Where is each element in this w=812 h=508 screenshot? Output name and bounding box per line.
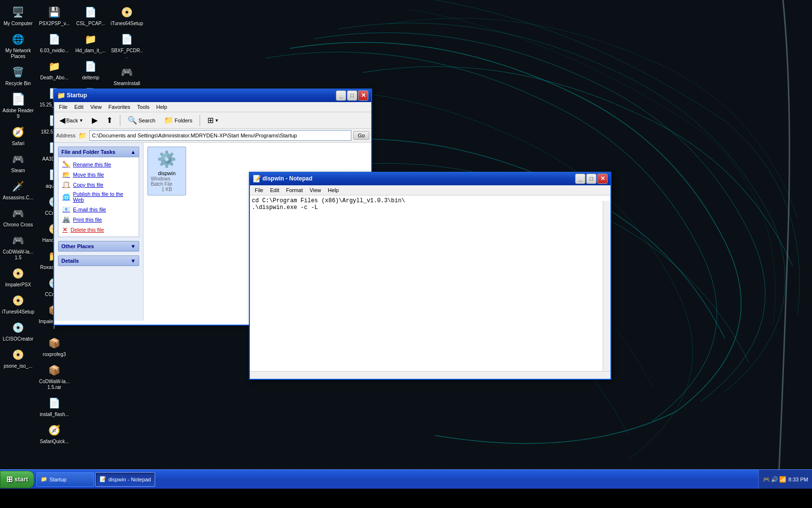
mynetwork-icon: 🌐 [11,31,26,47]
details-section: Details ▼ [58,255,139,266]
lciso-icon: 💿 [11,320,26,335]
menu-file[interactable]: File [56,103,71,111]
publish-file-link[interactable]: 🌐 Publish this file to the Web [61,190,136,204]
email-file-link[interactable]: 📧 E-mail this file [61,204,136,214]
icon-installflash[interactable]: 📄 install_flash... [36,393,72,419]
address-go-button[interactable]: Go [353,131,369,140]
icon-mycomputer[interactable]: 🖥️ My Computer [0,2,36,29]
move-file-link[interactable]: 📂 Move this file [61,169,136,179]
back-button[interactable]: ◀ Back ▼ [56,114,87,127]
taskbar-startup[interactable]: 📁 Startup [36,472,94,487]
explorer-title: Startup [67,92,334,99]
notepad-title-icon: 📝 [253,175,261,182]
forward-button[interactable]: ▶ [88,114,101,127]
folders-button[interactable]: 📁 Folders [160,114,196,127]
icon-safari[interactable]: 🧭 Safari [0,122,36,149]
recycle-icon: 🗑️ [11,64,26,80]
psx2psp-label: PSX2PSP_v... [39,21,70,27]
rename-icon: ✏️ [62,161,70,168]
icon-roxprofeg[interactable]: 📦 roxprofeg3 [36,333,72,359]
icon-impalerpsx[interactable]: 📀 ImpalerPSX [0,264,36,290]
icon-lciso[interactable]: 💿 LCISOCreator [0,318,36,344]
notepad-menu-edit[interactable]: Edit [267,186,282,194]
file-dispwin-size: 1 KB [161,187,172,192]
publish-label: Publish this file to the Web [73,191,135,203]
delete-file-link[interactable]: ✕ Delete this file [61,224,136,235]
notepad-title: dispwin - Notepad [262,175,573,182]
itunes64-label: iTunes64Setup [111,21,143,27]
start-button[interactable]: ⊞ start [0,471,34,488]
address-input[interactable] [89,130,351,141]
notepad-scrollbar[interactable] [603,201,610,372]
icon-deltemp[interactable]: 📄 deltemp [72,57,109,83]
menu-tools[interactable]: Tools [134,103,153,111]
search-button[interactable]: 🔍 Search [124,114,159,127]
icon-l4ddam[interactable]: 📁 l4d_dam_it_... [72,30,109,56]
explorer-minimize-button[interactable]: _ [336,90,346,101]
views-button[interactable]: ⊞ ▼ [204,114,222,127]
notepad-close-button[interactable]: ✕ [597,174,608,184]
desktop: 🖥️ My Computer 🌐 My NetworkPlaces 🗑️ Rec… [0,0,812,489]
explorer-close-button[interactable]: ✕ [358,90,368,101]
email-icon: 📧 [62,206,70,213]
rename-file-link[interactable]: ✏️ Rename this file [61,159,136,169]
icon-sbxf[interactable]: 📄 SBXF_PCDR... [109,30,145,61]
up-button[interactable]: ⬆ [103,114,116,127]
notepad-menu-view[interactable]: View [307,186,324,194]
icon-steam[interactable]: 🎮 Steam [0,149,36,176]
notepad-menu-format[interactable]: Format [283,186,306,194]
menu-edit[interactable]: Edit [72,103,87,111]
tray-network-icon: 🔊 [771,476,778,483]
tray-icons: 🎮 🔊 📶 [763,476,786,483]
file-dispwin[interactable]: ⚙️ dispwin Windows Batch File 1 KB [147,147,186,195]
itunes64-icon: 📀 [119,4,135,20]
icon-recycle[interactable]: 🗑️ Recycle Bin [0,62,36,89]
copy-file-link[interactable]: 📋 Copy this file [61,179,136,190]
icon-psx2psp[interactable]: 💾 PSX2PSP_v... [36,2,72,29]
notepad-maximize-button[interactable]: □ [586,174,596,184]
taskbar-dispwin-icon: 📝 [100,476,106,482]
other-places-header[interactable]: Other Places ▼ [58,241,139,252]
psone-icon: 📀 [11,347,26,362]
icon-assassins[interactable]: 🗡️ Assassins.C... [0,177,36,203]
icon-adobe[interactable]: 📄 Adobe Reader 9 [0,90,36,121]
icon-itunes[interactable]: 📀 iTunes64Setup [0,291,36,317]
details-header[interactable]: Details ▼ [58,255,139,266]
icon-nv6[interactable]: 📄 6.03_nvidio... [36,30,72,56]
taskbar-dispwin[interactable]: 📝 dispwin - Notepad [95,472,155,487]
print-file-link[interactable]: 🖨️ Print this file [61,214,136,224]
steam-icon: 🎮 [11,151,26,167]
icon-deathabove[interactable]: 📁 Death_Abo... [36,57,72,83]
icon-psone[interactable]: 📀 psone_iso_... [0,345,36,371]
views-dropdown: ▼ [215,118,219,123]
icon-codwaw[interactable]: 🎮 CoDWaW-la...1.5 [0,231,36,263]
adobe-label: Adobe Reader 9 [2,108,34,120]
icon-codwawrar[interactable]: 📦 CoDWaW-la...1.5.rar [36,360,72,392]
icon-chronocross[interactable]: 🎮 Chrono Cross [0,204,36,230]
publish-icon: 🌐 [62,194,70,201]
notepad-menu-help[interactable]: Help [325,186,342,194]
codwawrar-label: CoDWaW-la...1.5.rar [39,379,70,390]
icon-safariquick[interactable]: 🧭 SafariQuick... [36,420,72,447]
icon-itunes64[interactable]: 📀 iTunes64Setup [109,2,145,29]
file-folder-tasks-header[interactable]: File and Folder Tasks ▲ [58,147,139,157]
menu-favorites[interactable]: Favorites [105,103,133,111]
notepad-titlebar: 📝 dispwin - Notepad _ □ ✕ [250,172,610,185]
notepad-minimize-button[interactable]: _ [575,174,585,184]
itunes-icon: 📀 [11,293,26,308]
icon-mynetwork[interactable]: 🌐 My NetworkPlaces [0,30,36,61]
taskbar-tray: 🎮 🔊 📶 8:33 PM [758,470,812,489]
notepad-menu-file[interactable]: File [252,186,266,194]
nv6-icon: 📄 [47,31,62,47]
other-places-section: Other Places ▼ [58,241,139,252]
icon-cslpcap[interactable]: 📄 CSL_PCAP... [72,2,109,29]
explorer-maximize-button[interactable]: □ [347,90,357,101]
file-dispwin-type: Windows Batch File [151,176,183,187]
codwaw-label: CoDWaW-la...1.5 [3,249,33,261]
details-collapse-icon: ▼ [130,258,136,264]
menu-view[interactable]: View [87,103,105,111]
menu-help[interactable]: Help [153,103,170,111]
notepad-textarea[interactable]: cd C:\Program Files (x86)\Argyll_v1.0.3\… [250,195,610,374]
icon-steaminstall[interactable]: 🎮 SteamInstall [109,62,145,89]
mynetwork-label: My NetworkPlaces [5,48,31,60]
